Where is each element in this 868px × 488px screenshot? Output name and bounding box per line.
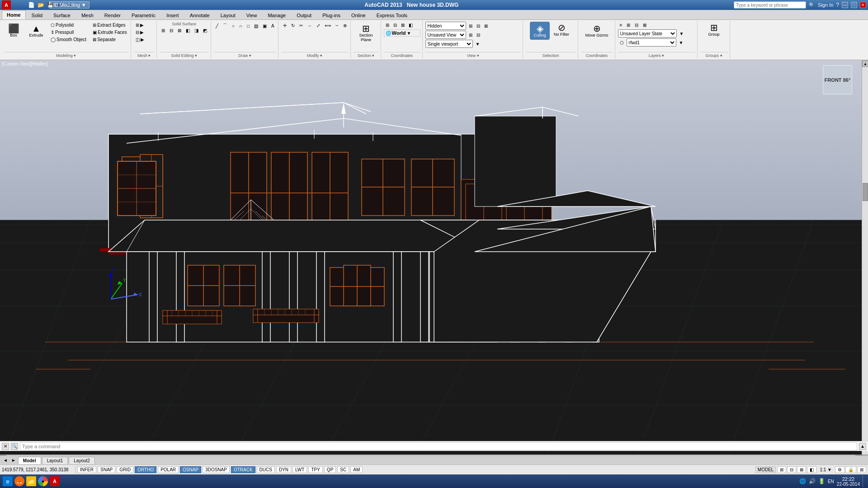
separate-button[interactable]: ⊠ Separate	[91, 36, 128, 43]
open-button[interactable]: 📂	[37, 1, 45, 9]
minimize-button[interactable]: —	[842, 2, 848, 8]
section-plane-button[interactable]: ⊞ SectionPlane	[354, 22, 378, 44]
mesh-btn1[interactable]: ⊞ ▶	[134, 22, 155, 28]
tpy-btn[interactable]: TPY	[308, 466, 322, 473]
tab-home[interactable]: Home	[2, 10, 26, 19]
layer-btn4[interactable]: ⊠	[641, 22, 648, 28]
help-button[interactable]: ?	[836, 2, 839, 8]
sign-in-button[interactable]: Sign In	[818, 2, 833, 8]
layer-btn1[interactable]: ≡	[618, 22, 624, 28]
copy-button[interactable]: ⊕	[341, 22, 349, 29]
qp-btn[interactable]: QP	[324, 466, 336, 473]
close-button[interactable]: ✕	[860, 2, 866, 8]
settings-btn3[interactable]: ⊞	[857, 466, 866, 473]
tab-layout2[interactable]: Layout2	[69, 457, 95, 464]
chrome-icon[interactable]: ●	[38, 476, 48, 486]
polyline-button[interactable]: ⌒	[221, 22, 229, 30]
view-btn5[interactable]: ⊟	[475, 32, 482, 38]
redo-button[interactable]: ↪	[65, 1, 73, 9]
tab-manage[interactable]: Manage	[263, 11, 291, 19]
command-search-icon[interactable]: 🔍	[11, 443, 18, 450]
move-button[interactable]: ✛	[281, 22, 288, 29]
circle-button[interactable]: ○	[230, 22, 236, 30]
explorer-icon[interactable]: 📁	[26, 476, 36, 486]
text-button[interactable]: A	[269, 22, 276, 30]
tab-nav-prev[interactable]: ◄	[2, 458, 9, 463]
command-expand-btn[interactable]: ▲	[859, 443, 866, 450]
vscroll-up[interactable]: ▲	[862, 61, 868, 67]
trim-button[interactable]: ✂	[297, 22, 305, 29]
vertical-scrollbar[interactable]: ▲ ▼	[862, 61, 868, 461]
ie-icon[interactable]: e	[3, 476, 13, 486]
saved-view-select[interactable]: Unsaved View	[425, 31, 466, 39]
mesh-btn3[interactable]: ◫ ▶	[134, 36, 155, 43]
move-gizmo-button[interactable]: ⊕ Move Gizmo	[583, 22, 611, 40]
layer-filter-btn[interactable]: ▼	[677, 39, 685, 46]
arc-button[interactable]: ∩	[237, 22, 244, 30]
solid-edit-btn1[interactable]: ⊞	[160, 27, 167, 34]
new-button[interactable]: 📄	[27, 1, 35, 9]
extrude-faces-button[interactable]: ▣ Extrude Faces	[91, 29, 128, 36]
scale-button[interactable]: ⤢	[315, 22, 322, 29]
view-btn2[interactable]: ⊟	[475, 23, 482, 29]
osnap-btn[interactable]: OSNAP	[180, 466, 201, 473]
tab-layout[interactable]: Layout	[216, 11, 241, 19]
ucs-btn2[interactable]: ⊟	[392, 22, 399, 28]
undo-button[interactable]: ↩	[56, 1, 64, 9]
mirror-button[interactable]: ⟺	[323, 22, 333, 29]
hatch-button[interactable]: ▨	[252, 22, 260, 30]
visual-style-select[interactable]: Hidden 2D Wireframe Wireframe Conceptual…	[425, 22, 466, 30]
ucs-btn1[interactable]: ⊞	[384, 22, 391, 28]
settings-btn1[interactable]: ⚙	[835, 466, 844, 473]
ortho-btn[interactable]: ORTHO	[135, 466, 156, 473]
rect-button[interactable]: □	[245, 22, 251, 30]
tab-annotate[interactable]: Annotate	[185, 11, 215, 19]
tab-surface[interactable]: Surface	[48, 11, 75, 19]
view-btn1[interactable]: ⊞	[467, 23, 474, 29]
tab-parametric[interactable]: Parametric	[127, 11, 160, 19]
viewport-icon3[interactable]: ⊠	[797, 466, 806, 473]
group-button[interactable]: ⊞ Group	[706, 22, 722, 38]
vscroll-thumb[interactable]	[863, 183, 868, 201]
show-desktop-btn[interactable]	[863, 475, 865, 487]
tab-output[interactable]: Output	[292, 11, 316, 19]
tab-view[interactable]: View	[241, 11, 262, 19]
no-filter-button[interactable]: ⊘ No Filter	[552, 22, 571, 38]
sc-btn[interactable]: SC	[337, 466, 349, 473]
layer-btn2[interactable]: ⊞	[625, 22, 632, 28]
region-button[interactable]: ▣	[261, 22, 269, 30]
command-close-btn[interactable]: ✕	[2, 443, 9, 450]
viewport-icon1[interactable]: ⊞	[777, 466, 786, 473]
tab-model[interactable]: Model	[18, 457, 41, 464]
extend-button[interactable]: →	[306, 22, 314, 29]
snap-btn[interactable]: SNAP	[98, 466, 115, 473]
otrack-btn[interactable]: OTRACK	[231, 466, 255, 473]
tab-render[interactable]: Render	[99, 11, 126, 19]
tab-layout1[interactable]: Layout1	[42, 457, 68, 464]
am-btn[interactable]: AM	[350, 466, 363, 473]
presspull-button[interactable]: ⇕ Presspull	[49, 29, 88, 36]
navigation-cube[interactable]: FRONT 86°	[823, 65, 852, 94]
command-input[interactable]	[20, 442, 857, 450]
smooth-object-button[interactable]: ◯ Smooth Object	[49, 36, 88, 43]
settings-btn2[interactable]: 🔒	[845, 466, 856, 473]
lwt-btn[interactable]: LWT	[292, 466, 307, 473]
ducs-btn[interactable]: DUCS	[257, 466, 275, 473]
polysolid-button[interactable]: ⬡ Polysolid	[49, 22, 88, 28]
solid-edit-btn3[interactable]: ⊠	[176, 27, 183, 34]
tab-nav-next[interactable]: ►	[10, 458, 17, 463]
tab-online[interactable]: Online	[346, 11, 371, 19]
search-input[interactable]	[734, 1, 806, 9]
search-icon[interactable]: 🔍	[809, 2, 815, 8]
solid-edit-btn5[interactable]: ◨	[193, 27, 200, 34]
viewport-icon4[interactable]: ◧	[807, 466, 816, 473]
view-btn3[interactable]: ⊠	[482, 23, 490, 29]
save-button[interactable]: 💾	[46, 1, 54, 9]
tab-mesh[interactable]: Mesh	[76, 11, 99, 19]
rotate-button[interactable]: ↻	[289, 22, 297, 29]
solid-edit-btn6[interactable]: ◩	[201, 27, 209, 34]
tab-insert[interactable]: Insert	[161, 11, 184, 19]
viewport-btn[interactable]: ▼	[474, 41, 482, 47]
box-button[interactable]: ⬛ Box	[4, 22, 24, 40]
solid-edit-btn4[interactable]: ◧	[184, 27, 192, 34]
